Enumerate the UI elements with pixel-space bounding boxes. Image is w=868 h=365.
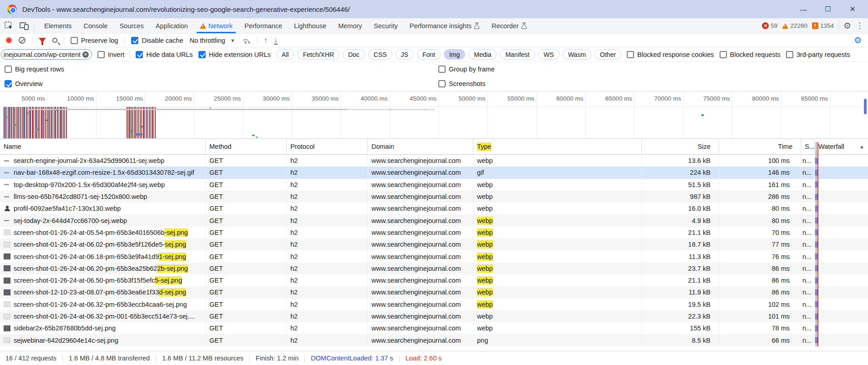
- tab-console[interactable]: Console: [77, 18, 113, 33]
- filter-chip-js[interactable]: JS: [396, 49, 414, 60]
- request-row[interactable]: screen-shot-01-26-24-at-06.32-pm-001-65b…: [0, 310, 868, 322]
- method-cell: GET: [206, 274, 287, 286]
- checkbox-checked[interactable]: [131, 37, 138, 44]
- tab-memory[interactable]: Memory: [332, 18, 368, 33]
- disable-cache-checkbox[interactable]: Disable cache: [131, 37, 183, 44]
- issues-count-badge[interactable]: ! 1354: [812, 22, 834, 29]
- column-header-s[interactable]: S...: [801, 139, 815, 154]
- device-toolbar-icon[interactable]: [20, 22, 29, 30]
- screenshots-checkbox[interactable]: Screenshots: [438, 80, 486, 87]
- filter-funnel-icon[interactable]: [39, 38, 46, 43]
- checkbox-unchecked[interactable]: [438, 80, 446, 87]
- close-button[interactable]: ✕: [848, 5, 857, 13]
- request-row[interactable]: sej-today-2x-644d47cc66700-sej.webpGETh2…: [0, 214, 868, 226]
- filter-chip-font[interactable]: Font: [417, 49, 441, 60]
- third-party-requests-checkbox[interactable]: 3rd-party requests: [786, 51, 850, 58]
- tab-performance-insights[interactable]: Performance insights: [404, 18, 486, 33]
- request-row[interactable]: llms-seo-65b7642cd8071-sej-1520x800.webp…: [0, 191, 868, 203]
- minimize-button[interactable]: —: [799, 5, 808, 13]
- clear-filter-icon[interactable]: ✕: [82, 51, 89, 58]
- overview-request-stripe: [11, 107, 12, 139]
- column-header-type[interactable]: Type: [473, 139, 642, 154]
- hide-data-urls-checkbox[interactable]: Hide data URLs: [136, 51, 193, 58]
- column-header-protocol[interactable]: Protocol: [287, 139, 368, 154]
- tab-elements[interactable]: Elements: [38, 18, 77, 33]
- domain-cell: www.searchenginejournal.com: [368, 250, 473, 262]
- request-row[interactable]: search-engine-journal-2x-63a425d990611-s…: [0, 155, 868, 167]
- checkbox-unchecked[interactable]: [97, 51, 105, 58]
- blocked-cookies-checkbox[interactable]: Blocked response cookies: [627, 51, 714, 58]
- tab-application[interactable]: Application: [150, 18, 194, 33]
- group-by-frame-checkbox[interactable]: Group by frame: [438, 66, 495, 73]
- tab-sources[interactable]: Sources: [114, 18, 150, 33]
- record-icon[interactable]: [5, 37, 12, 44]
- network-settings-gear-icon[interactable]: ⚙: [854, 35, 862, 46]
- settings-gear-icon[interactable]: ⚙: [843, 21, 851, 30]
- request-row[interactable]: nav-bar-168x48-ezgif.com-resize-1.5x-65d…: [0, 167, 868, 178]
- maximize-button[interactable]: ☐: [823, 5, 832, 13]
- column-header-name[interactable]: Name: [0, 139, 206, 154]
- request-row[interactable]: screen-shot-01-26-24-at-06.18-pm-65b3e9f…: [0, 250, 868, 262]
- request-row[interactable]: screen-shot-01-26-24-at-06.32-pm-65b3ecc…: [0, 299, 868, 310]
- tab-security[interactable]: Security: [368, 18, 403, 33]
- big-request-rows-checkbox[interactable]: Big request rows: [5, 66, 64, 73]
- error-count-badge[interactable]: ✕ 59: [762, 22, 777, 29]
- tab-performance[interactable]: Performance: [239, 18, 288, 33]
- throttling-dropdown[interactable]: No throttling ▼: [189, 37, 235, 44]
- filter-chip-fetch-xhr[interactable]: Fetch/XHR: [297, 49, 339, 60]
- column-header-domain[interactable]: Domain: [368, 139, 473, 154]
- filter-chip-manifest[interactable]: Manifest: [500, 49, 535, 60]
- request-row[interactable]: screen-shot-01-26-24-at-05.54-pm-65b3e40…: [0, 227, 868, 238]
- checkbox-checked[interactable]: [136, 51, 143, 58]
- checkbox-checked[interactable]: [5, 80, 12, 87]
- overview-mark: [701, 114, 704, 116]
- checkbox-unchecked[interactable]: [5, 66, 12, 73]
- import-har-icon[interactable]: ↑: [264, 37, 268, 44]
- filter-chip-doc[interactable]: Doc: [343, 49, 365, 60]
- blocked-requests-checkbox[interactable]: Blocked requests: [720, 51, 781, 58]
- tab-network[interactable]: Network: [194, 18, 239, 33]
- filter-chip-all[interactable]: All: [276, 49, 294, 60]
- overview-checkbox[interactable]: Overview: [5, 80, 42, 87]
- checkbox-unchecked[interactable]: [720, 51, 727, 58]
- invert-checkbox[interactable]: Invert: [97, 51, 124, 58]
- request-row[interactable]: profil-6092ae5fa41c7-130x130.webpGETh2ww…: [0, 203, 868, 214]
- request-row[interactable]: screen-shot-01-26-24-at-06.20-pm-65b3ea2…: [0, 263, 868, 274]
- export-har-icon[interactable]: ↓: [274, 36, 278, 45]
- column-header-size[interactable]: Size: [642, 139, 719, 154]
- filter-input[interactable]: inejournal.com/wp-content ✕: [1, 49, 92, 60]
- checkbox-unchecked[interactable]: [627, 51, 634, 58]
- filter-chip-img[interactable]: Img: [444, 49, 465, 60]
- column-header-waterfall[interactable]: Waterfall▲: [815, 139, 868, 154]
- checkbox-checked[interactable]: [198, 51, 206, 58]
- column-header-method[interactable]: Method: [206, 139, 287, 154]
- hide-extension-urls-checkbox[interactable]: Hide extension URLs: [198, 51, 271, 58]
- inspect-icon[interactable]: [5, 21, 13, 30]
- request-row[interactable]: top-desktop-970x200-1.5x-65d300af4e2f4-s…: [0, 179, 868, 191]
- overview-request-stripe: [51, 107, 52, 139]
- preserve-log-checkbox[interactable]: Preserve log: [71, 37, 118, 44]
- tab-lighthouse[interactable]: Lighthouse: [288, 18, 332, 33]
- filter-chip-other[interactable]: Other: [594, 49, 621, 60]
- filter-chip-wasm[interactable]: Wasm: [563, 49, 591, 60]
- network-conditions-icon[interactable]: [242, 37, 251, 44]
- filter-chip-media[interactable]: Media: [468, 49, 497, 60]
- overview-scrollbar-thumb[interactable]: [864, 99, 867, 114]
- filter-chip-ws[interactable]: WS: [538, 49, 559, 60]
- warning-count-badge[interactable]: 22260: [782, 22, 807, 29]
- more-menu-icon[interactable]: ⋮: [856, 21, 863, 30]
- request-row[interactable]: sidebar2x-65b287680b5dd-sej.pngGETh2www.…: [0, 322, 868, 334]
- request-row[interactable]: screen-shot-01-26-24-at-06.02-pm-65b3e5f…: [0, 238, 868, 250]
- request-row[interactable]: screen-shot-12-10-23-at-08.07-pm-65b3ea6…: [0, 286, 868, 298]
- column-header-time[interactable]: Time: [719, 139, 801, 154]
- request-row[interactable]: sejwebinar-642d29604e14c-sej.pngGETh2www…: [0, 334, 868, 346]
- checkbox-unchecked[interactable]: [438, 66, 446, 73]
- clear-icon[interactable]: [19, 37, 25, 44]
- checkbox-unchecked[interactable]: [786, 51, 793, 58]
- tab-recorder[interactable]: Recorder: [486, 18, 533, 33]
- search-icon[interactable]: [52, 38, 57, 43]
- checkbox-unchecked[interactable]: [71, 37, 78, 44]
- network-overview-timeline[interactable]: 5000 ms10000 ms15000 ms20000 ms25000 ms3…: [0, 91, 868, 139]
- request-row[interactable]: screen-shot-01-26-24-at-06.50-pm-65b3f15…: [0, 274, 868, 286]
- filter-chip-css[interactable]: CSS: [368, 49, 392, 60]
